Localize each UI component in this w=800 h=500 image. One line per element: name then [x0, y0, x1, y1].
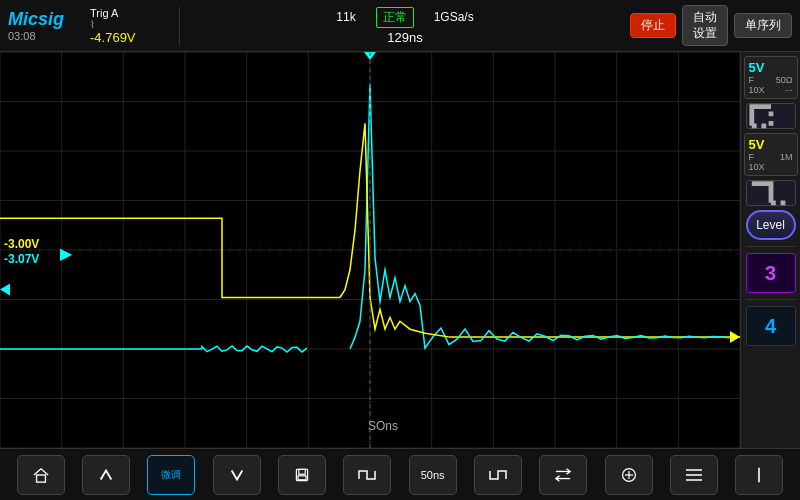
- channel-4-box[interactable]: 4: [746, 306, 796, 346]
- sample-rate: 1GSa/s: [434, 10, 474, 24]
- scope-area: -3.00V -3.07V ▶: [0, 52, 740, 448]
- stop-button[interactable]: 停止: [630, 13, 676, 39]
- svg-rect-2: [299, 469, 305, 474]
- ch2-impedance: 1M: [780, 152, 793, 162]
- logo: Micsig: [8, 9, 80, 30]
- svg-rect-0: [36, 475, 45, 482]
- ch2-coupling: F: [749, 152, 755, 162]
- clock: 03:08: [8, 30, 80, 42]
- trigger-button[interactable]: [735, 455, 783, 495]
- bottombar: 微调 50ns: [0, 448, 800, 500]
- timescale-label: 50ns: [421, 469, 445, 481]
- up-button[interactable]: [82, 455, 130, 495]
- divider: [746, 246, 796, 247]
- trig-label: Trig A: [90, 7, 169, 19]
- level-button[interactable]: Level: [746, 210, 796, 240]
- trig-icon: ⌇: [90, 19, 169, 30]
- ch2-indicator[interactable]: 5V F 1M 10X: [744, 133, 798, 176]
- ch-switch-button[interactable]: [539, 455, 587, 495]
- ch1-impedance: 50Ω: [776, 75, 793, 85]
- fine-adjust-button[interactable]: 微调: [147, 455, 195, 495]
- right-panel: 5V F 50Ω 10X ··· 5V F 1M 10X: [740, 52, 800, 448]
- status-normal: 正常: [376, 7, 414, 28]
- down-button[interactable]: [213, 455, 261, 495]
- save-button[interactable]: [278, 455, 326, 495]
- trig-value: -4.769V: [90, 30, 169, 45]
- right-buttons: 停止 自动 设置 单序列: [630, 5, 800, 46]
- channel-3-box[interactable]: 3: [746, 253, 796, 293]
- ch1-indicator[interactable]: 5V F 50Ω 10X ···: [744, 56, 798, 99]
- menu-button[interactable]: [670, 455, 718, 495]
- fine-adjust-label: 微调: [161, 468, 181, 482]
- memory-depth: 11k: [336, 10, 355, 24]
- time-offset: 129ns: [387, 30, 422, 45]
- oscilloscope-canvas: [0, 52, 740, 448]
- center-top-row: 11k 正常 1GSa/s: [336, 7, 473, 28]
- logo-area: Micsig 03:08: [0, 9, 80, 42]
- ch1-probe: 10X: [749, 85, 765, 95]
- ch1-volts: 5V: [749, 60, 765, 75]
- auto-set-button[interactable]: 自动 设置: [682, 5, 728, 46]
- center-info: 11k 正常 1GSa/s 129ns: [180, 7, 630, 45]
- add-channel-button[interactable]: [605, 455, 653, 495]
- trig-area: Trig A ⌇ -4.769V: [80, 7, 180, 45]
- topbar: Micsig 03:08 Trig A ⌇ -4.769V 11k 正常 1GS…: [0, 0, 800, 52]
- ch1-coupling: F: [749, 75, 755, 85]
- svg-rect-3: [298, 475, 306, 479]
- sons-label: SOns: [368, 419, 398, 433]
- wave2-button[interactable]: [474, 455, 522, 495]
- home-button[interactable]: [17, 455, 65, 495]
- wave1-button[interactable]: [343, 455, 391, 495]
- divider2: [746, 299, 796, 300]
- ch2-probe: 10X: [749, 162, 765, 172]
- timescale-button[interactable]: 50ns: [409, 455, 457, 495]
- ch2-fall-wave[interactable]: [746, 180, 796, 206]
- single-seq-button[interactable]: 单序列: [734, 13, 792, 39]
- ch1-rise-wave[interactable]: [746, 103, 796, 129]
- ch2-volts: 5V: [749, 137, 765, 152]
- ch1-dots: ···: [785, 85, 793, 95]
